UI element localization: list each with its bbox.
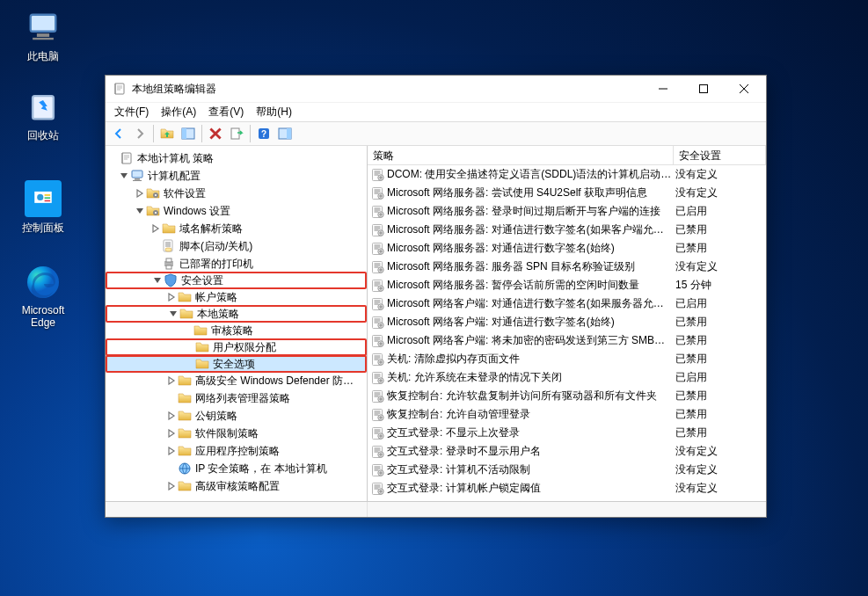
- policy-row[interactable]: Microsoft 网络客户端: 对通信进行数字签名(如果服务器允…已启用: [368, 294, 766, 313]
- policy-row[interactable]: Microsoft 网络服务器: 暂停会话前所需的空闲时间数量15 分钟: [368, 276, 766, 294]
- tree-label: 本地计算机 策略: [137, 151, 214, 166]
- list-pane[interactable]: 策略 安全设置 DCOM: 使用安全描述符定义语言(SDDL)语法的计算机启动……: [368, 146, 766, 501]
- policy-setting: 已禁用: [675, 333, 764, 348]
- expand-toggle[interactable]: [167, 308, 179, 320]
- close-button[interactable]: [724, 76, 764, 102]
- policy-row[interactable]: Microsoft 网络服务器: 对通信进行数字签名(始终)已禁用: [368, 239, 766, 258]
- policy-item-icon: [369, 260, 387, 274]
- tree-audit-policy[interactable]: 审核策略: [106, 322, 367, 339]
- policy-row[interactable]: 恢复控制台: 允许软盘复制并访问所有驱动器和所有文件夹已禁用: [368, 387, 766, 405]
- desktop-icon-edge[interactable]: Microsoft Edge: [12, 264, 74, 329]
- policy-list: DCOM: 使用安全描述符定义语言(SDDL)语法的计算机启动…没有定义Micr…: [368, 165, 766, 498]
- tree-soft-restrict[interactable]: 软件限制策略: [106, 425, 367, 442]
- policy-item-icon: [369, 371, 387, 385]
- tree-security-settings[interactable]: 安全设置: [106, 272, 367, 289]
- policy-setting: 已禁用: [675, 315, 764, 330]
- nav-back-button[interactable]: [109, 124, 128, 143]
- tree-scripts[interactable]: 脚本(启动/关机): [106, 237, 367, 255]
- desktop-icon-control-panel[interactable]: 控制面板: [12, 180, 74, 236]
- expand-toggle[interactable]: [151, 274, 164, 287]
- policy-row[interactable]: 交互式登录: 计算机帐户锁定阈值没有定义: [368, 479, 766, 498]
- expand-toggle[interactable]: [165, 445, 178, 457]
- folder-icon: [146, 186, 160, 200]
- expand-toggle[interactable]: [165, 291, 178, 303]
- menu-help[interactable]: 帮助(H): [256, 105, 292, 120]
- tree-account-policy[interactable]: 帐户策略: [106, 288, 367, 306]
- desktop-label: 此电脑: [12, 49, 74, 64]
- policy-name: Microsoft 网络客户端: 对通信进行数字签名(如果服务器允…: [387, 296, 675, 311]
- tree-label: 公钥策略: [195, 409, 237, 424]
- delete-button[interactable]: [206, 124, 225, 143]
- scroll-icon: [162, 239, 176, 253]
- policy-item-icon: [369, 205, 387, 219]
- expand-toggle[interactable]: [134, 187, 146, 200]
- policy-row[interactable]: Microsoft 网络服务器: 对通信进行数字签名(如果客户端允…已禁用: [368, 221, 766, 239]
- policy-row[interactable]: Microsoft 网络客户端: 将未加密的密码发送到第三方 SMB…已禁用: [368, 331, 766, 350]
- policy-row[interactable]: Microsoft 网络服务器: 登录时间过期后断开与客户端的连接已启用: [368, 202, 766, 221]
- tree-computer-config[interactable]: 计算机配置: [106, 167, 367, 185]
- tree-software-settings[interactable]: 软件设置: [106, 185, 367, 202]
- folder-icon: [195, 357, 209, 371]
- tree-label: 软件设置: [164, 186, 206, 201]
- policy-row[interactable]: DCOM: 使用安全描述符定义语言(SDDL)语法的计算机启动…没有定义: [368, 165, 766, 184]
- tree-root[interactable]: 本地计算机 策略: [106, 149, 367, 167]
- menu-view[interactable]: 查看(V): [208, 105, 244, 120]
- col-setting[interactable]: 安全设置: [674, 146, 766, 164]
- minimize-button[interactable]: [643, 76, 683, 102]
- help-button[interactable]: ?: [254, 124, 274, 143]
- expand-toggle[interactable]: [165, 374, 178, 387]
- expand-toggle[interactable]: [165, 410, 178, 422]
- tree-adv-audit[interactable]: 高级审核策略配置: [106, 477, 367, 495]
- tree-user-rights[interactable]: 用户权限分配: [106, 338, 367, 356]
- up-level-button[interactable]: [157, 124, 177, 143]
- policy-row[interactable]: 交互式登录: 计算机不活动限制没有定义: [368, 461, 766, 479]
- desktop-icon-pc[interactable]: 此电脑: [12, 9, 74, 64]
- titlebar[interactable]: 本地组策略编辑器: [106, 76, 766, 102]
- tree-printers[interactable]: 已部署的打印机: [106, 255, 367, 273]
- policy-setting: 已禁用: [675, 389, 764, 403]
- policy-row[interactable]: Microsoft 网络服务器: 尝试使用 S4U2Self 获取声明信息没有定…: [368, 184, 766, 202]
- tree-ipsec[interactable]: IP 安全策略，在 本地计算机: [106, 460, 367, 477]
- expand-toggle[interactable]: [165, 427, 178, 440]
- tree-label: 用户权限分配: [213, 340, 276, 355]
- tree-local-policy[interactable]: 本地策略: [106, 305, 367, 323]
- policy-row[interactable]: Microsoft 网络客户端: 对通信进行数字签名(始终)已禁用: [368, 313, 766, 331]
- tree-dns-policy[interactable]: 域名解析策略: [106, 220, 367, 237]
- policy-setting: 已启用: [675, 204, 764, 219]
- show-hide-action-button[interactable]: [275, 124, 295, 143]
- tree-windows-settings[interactable]: Windows 设置: [106, 202, 367, 220]
- export-list-button[interactable]: [227, 124, 246, 143]
- expand-toggle[interactable]: [118, 170, 130, 182]
- expand-toggle[interactable]: [165, 480, 178, 492]
- tree-defender[interactable]: 高级安全 Windows Defender 防…: [106, 372, 367, 389]
- col-policy[interactable]: 策略: [368, 146, 674, 164]
- recycle-icon: [25, 88, 62, 125]
- policy-item-icon: [369, 168, 387, 182]
- show-hide-tree-button[interactable]: [179, 124, 198, 143]
- expand-toggle[interactable]: [134, 205, 146, 217]
- policy-row[interactable]: 关机: 允许系统在未登录的情况下关闭已启用: [368, 368, 766, 387]
- tree-netlist[interactable]: 网络列表管理器策略: [106, 389, 367, 407]
- desktop-label: 回收站: [12, 128, 74, 143]
- tree-label: 网络列表管理器策略: [195, 391, 290, 406]
- policy-row[interactable]: 交互式登录: 登录时不显示用户名没有定义: [368, 442, 766, 461]
- policy-item-icon: [369, 279, 387, 293]
- expand-toggle[interactable]: [150, 222, 162, 235]
- policy-row[interactable]: 恢复控制台: 允许自动管理登录已禁用: [368, 405, 766, 424]
- nav-forward-button[interactable]: [130, 124, 150, 143]
- tree-security-options[interactable]: 安全选项: [106, 355, 367, 373]
- desktop-icon-recycle[interactable]: 回收站: [12, 88, 74, 143]
- menu-file[interactable]: 文件(F): [114, 105, 149, 120]
- policy-setting: 已禁用: [675, 222, 764, 237]
- policy-name: Microsoft 网络客户端: 将未加密的密码发送到第三方 SMB…: [387, 333, 675, 348]
- tree-appctrl[interactable]: 应用程序控制策略: [106, 442, 367, 460]
- policy-item-icon: [369, 463, 387, 477]
- tree-pane[interactable]: 本地计算机 策略 计算机配置 软件设置: [106, 146, 368, 501]
- tree-pubkey[interactable]: 公钥策略: [106, 407, 367, 425]
- policy-item-icon: [369, 482, 387, 496]
- menu-action[interactable]: 操作(A): [161, 105, 196, 120]
- policy-row[interactable]: Microsoft 网络服务器: 服务器 SPN 目标名称验证级别没有定义: [368, 258, 766, 276]
- policy-row[interactable]: 交互式登录: 不显示上次登录已禁用: [368, 424, 766, 442]
- policy-row[interactable]: 关机: 清除虚拟内存页面文件已禁用: [368, 350, 766, 368]
- maximize-button[interactable]: [683, 76, 724, 102]
